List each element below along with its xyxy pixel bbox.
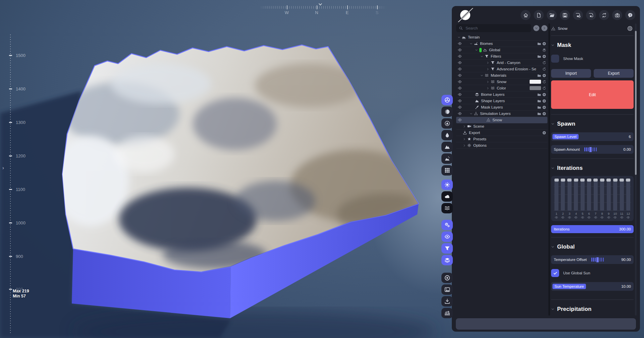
iteration-slider-5[interactable] bbox=[581, 179, 585, 211]
tree-row-simulation-layers[interactable]: Simulation Layers bbox=[456, 111, 547, 117]
water-drop-tool-button[interactable] bbox=[441, 130, 453, 140]
color-swatch[interactable] bbox=[530, 80, 541, 84]
tree-row-snow[interactable]: Snow bbox=[456, 79, 547, 85]
sync-button[interactable] bbox=[599, 10, 609, 20]
export-button[interactable]: Export bbox=[594, 69, 634, 78]
iteration-slider-2[interactable] bbox=[561, 179, 565, 211]
eye-icon[interactable] bbox=[456, 73, 464, 77]
folder-icon[interactable] bbox=[537, 106, 541, 109]
chevron-down-icon[interactable] bbox=[480, 55, 485, 58]
save-button[interactable] bbox=[560, 10, 570, 20]
shaded-sphere-tool-button[interactable] bbox=[441, 107, 453, 117]
tree-row-terrain[interactable]: Terrain bbox=[456, 34, 547, 41]
iteration-slider-12[interactable] bbox=[626, 179, 630, 211]
add-icon[interactable] bbox=[542, 112, 546, 116]
tree-row-filters[interactable]: Filters bbox=[456, 53, 547, 60]
tree-row-global[interactable]: Global bbox=[456, 47, 547, 53]
spawn-level-slider[interactable]: Spawn Level 6 bbox=[551, 132, 634, 141]
properties-scrollbar[interactable] bbox=[635, 23, 637, 316]
chevron-right-icon[interactable] bbox=[463, 144, 467, 147]
orbit-view-tool-button[interactable] bbox=[441, 95, 453, 105]
eye-icon[interactable] bbox=[456, 48, 464, 52]
chevron-down-icon[interactable] bbox=[458, 36, 462, 39]
slider-thumb[interactable] bbox=[561, 179, 565, 182]
refresh-icon[interactable] bbox=[542, 61, 546, 65]
section-mask[interactable]: Mask bbox=[551, 42, 634, 48]
eye-icon[interactable] bbox=[456, 86, 464, 90]
wire-sphere-tool-button[interactable] bbox=[441, 118, 453, 129]
folder-icon[interactable] bbox=[537, 42, 541, 46]
eye-icon[interactable] bbox=[594, 216, 598, 219]
chevron-right-icon[interactable] bbox=[486, 87, 491, 90]
left-panel-expand-chevron[interactable]: › bbox=[2, 165, 4, 171]
tree-row-scene[interactable]: Scene bbox=[456, 123, 547, 130]
eye-icon[interactable] bbox=[554, 216, 558, 219]
tree-row-biomes[interactable]: Biomes bbox=[456, 41, 547, 47]
slider-thumb[interactable] bbox=[593, 179, 598, 182]
tree-row-export[interactable]: Export bbox=[456, 130, 547, 136]
open-folder-button[interactable] bbox=[547, 10, 557, 20]
section-iterations[interactable]: Iterations bbox=[551, 165, 634, 171]
slider-thumb[interactable] bbox=[574, 179, 578, 182]
camera-button[interactable] bbox=[612, 10, 622, 20]
expand-all-button[interactable] bbox=[541, 25, 547, 31]
eye-icon[interactable] bbox=[456, 42, 464, 46]
sun-temperature-slider[interactable]: Sun Temperature 10.00 bbox=[551, 282, 634, 291]
record-tool-button[interactable] bbox=[441, 273, 453, 283]
eye-icon[interactable] bbox=[456, 67, 464, 71]
home-button[interactable] bbox=[521, 10, 531, 20]
eye-icon[interactable] bbox=[574, 216, 578, 219]
iteration-slider-1[interactable] bbox=[554, 179, 558, 211]
add-icon[interactable] bbox=[542, 93, 546, 96]
slider-thumb[interactable] bbox=[567, 179, 572, 182]
eye-icon[interactable] bbox=[600, 216, 604, 219]
folder-icon[interactable] bbox=[537, 93, 541, 96]
iteration-slider-3[interactable] bbox=[568, 179, 572, 211]
chevron-right-icon[interactable] bbox=[486, 68, 491, 71]
section-precipitation[interactable]: Precipitation bbox=[551, 306, 634, 312]
eye-icon[interactable] bbox=[561, 216, 565, 219]
tree-row-arid-canyon[interactable]: Arid - Canyon bbox=[456, 60, 547, 66]
eye-icon[interactable] bbox=[581, 216, 585, 219]
eye-icon[interactable] bbox=[613, 216, 617, 219]
slider-thumb[interactable] bbox=[606, 179, 611, 182]
eye-icon[interactable] bbox=[456, 118, 464, 122]
waves-tool-button[interactable] bbox=[441, 203, 453, 213]
tree-row-color[interactable]: Color bbox=[456, 85, 547, 91]
new-file-button[interactable] bbox=[534, 10, 544, 20]
chevron-right-icon[interactable] bbox=[486, 61, 491, 64]
section-global[interactable]: Global bbox=[551, 244, 634, 250]
download-tool-button[interactable] bbox=[441, 296, 453, 307]
slider-thumb[interactable] bbox=[620, 179, 624, 182]
iteration-slider-6[interactable] bbox=[587, 179, 591, 211]
chevron-right-icon[interactable] bbox=[463, 138, 467, 141]
tree-row-materials[interactable]: Materials bbox=[456, 72, 547, 79]
refresh-icon[interactable] bbox=[542, 80, 546, 84]
cogs-tool-button[interactable] bbox=[441, 220, 453, 230]
import-button[interactable]: Import bbox=[551, 69, 591, 78]
slider-thumb[interactable] bbox=[613, 179, 618, 182]
slider-thumb[interactable] bbox=[580, 179, 585, 182]
iteration-slider-9[interactable] bbox=[607, 179, 611, 211]
eye-icon[interactable] bbox=[607, 216, 611, 219]
add-icon[interactable] bbox=[542, 42, 546, 46]
eye-icon[interactable] bbox=[456, 99, 464, 103]
iteration-slider-8[interactable] bbox=[600, 179, 604, 211]
tree-row-advanced-erosion-se[interactable]: Advanced Erosion - Se bbox=[456, 66, 547, 72]
chevron-right-icon[interactable] bbox=[486, 80, 491, 83]
eye-icon[interactable] bbox=[620, 216, 624, 219]
search-input[interactable] bbox=[465, 26, 529, 30]
eye-icon[interactable] bbox=[587, 216, 591, 219]
eye-tool-button[interactable] bbox=[441, 231, 453, 242]
panel-options-icon[interactable] bbox=[626, 25, 634, 32]
mountain-tool-button[interactable] bbox=[441, 142, 453, 152]
image-tool-button[interactable] bbox=[441, 284, 453, 295]
folder-icon[interactable] bbox=[537, 112, 541, 116]
color-swatch[interactable] bbox=[530, 86, 541, 90]
tree-row-options[interactable]: Options bbox=[456, 142, 547, 149]
edit-button[interactable]: Edit bbox=[551, 80, 634, 109]
grid-tool-button[interactable] bbox=[441, 165, 453, 176]
eye-icon[interactable] bbox=[456, 61, 464, 65]
tree-row-snow[interactable]: Snow bbox=[456, 117, 547, 123]
search-box[interactable] bbox=[456, 24, 531, 32]
